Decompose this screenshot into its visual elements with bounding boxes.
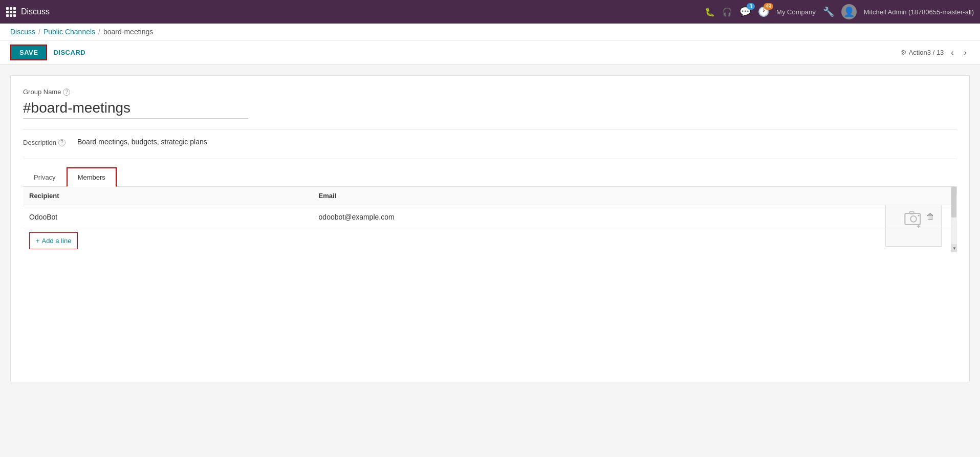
tab-privacy[interactable]: Privacy <box>23 167 67 187</box>
clock-icon[interactable]: 🕐 49 <box>758 6 769 17</box>
add-icon: + <box>36 237 40 245</box>
avatar[interactable]: 👤 <box>841 4 857 19</box>
breadcrumb-current: board-meetings <box>103 28 153 36</box>
breadcrumb-sep-2: / <box>98 28 100 36</box>
col-recipient-header: Recipient <box>23 187 313 205</box>
group-name-field: Group Name ? <box>23 88 957 119</box>
breadcrumb: Discuss / Public Channels / board-meetin… <box>0 24 980 40</box>
clock-badge: 49 <box>764 3 773 10</box>
col-email-header: Email <box>313 187 916 205</box>
scroll-track[interactable]: ▲ ▼ <box>951 187 957 252</box>
breadcrumb-sep-1: / <box>38 28 40 36</box>
pagination: 3 / 13 ‹ › <box>927 47 970 58</box>
delete-cell: 🗑 <box>916 205 945 229</box>
toolbar-middle: ⚙ Action <box>92 49 927 56</box>
members-tab-content: Recipient Email OdooBot odoobot@example.… <box>23 187 957 252</box>
divider-1 <box>23 129 957 129</box>
delete-row-button[interactable]: 🗑 <box>922 210 939 224</box>
user-name[interactable]: Mitchell Admin (18780655-master-all) <box>864 8 974 16</box>
add-line-button[interactable]: + Add a line <box>29 232 78 249</box>
table-row: OdooBot odoobot@example.com 🗑 <box>23 205 957 229</box>
members-tbody: OdooBot odoobot@example.com 🗑 <box>23 205 957 229</box>
discard-button[interactable]: DISCARD <box>47 46 92 59</box>
breadcrumb-app-link[interactable]: Discuss <box>10 28 35 36</box>
group-name-label: Group Name ? <box>23 88 957 96</box>
action-menu[interactable]: ⚙ Action <box>901 49 927 56</box>
navbar-right: 🐛 🎧 💬 3 🕐 49 My Company 🔧 👤 Mitchell Adm… <box>705 4 974 19</box>
description-help-icon[interactable]: ? <box>58 139 66 146</box>
form-card: Group Name ? Description ? Board meeting… <box>10 75 970 382</box>
breadcrumb-section-link[interactable]: Public Channels <box>43 28 95 36</box>
headset-icon[interactable]: 🎧 <box>722 7 732 17</box>
pagination-prev-button[interactable]: ‹ <box>948 47 956 58</box>
scroll-thumb[interactable] <box>951 187 956 217</box>
company-name[interactable]: My Company <box>776 8 816 16</box>
email-cell: odoobot@example.com <box>313 205 916 229</box>
toolbar: SAVE DISCARD ⚙ Action 3 / 13 ‹ › <box>0 40 980 65</box>
description-label: Description ? <box>23 138 69 146</box>
divider-2 <box>23 159 957 159</box>
description-value: Board meetings, budgets, strategic plans <box>77 138 207 146</box>
navbar-left: Discuss <box>6 7 50 17</box>
pagination-next-button[interactable]: › <box>961 47 970 58</box>
tab-members[interactable]: Members <box>67 167 117 187</box>
col-actions-header <box>916 187 945 205</box>
chat-icon[interactable]: 💬 3 <box>739 6 751 17</box>
pagination-count: 3 / 13 <box>927 49 944 56</box>
app-title: Discuss <box>21 7 50 16</box>
settings-tools-icon[interactable]: 🔧 <box>823 6 834 17</box>
scroll-down-button[interactable]: ▼ <box>951 244 957 252</box>
form-inner: Group Name ? Description ? Board meeting… <box>23 88 957 252</box>
add-line-label: Add a line <box>42 237 72 245</box>
table-header-row: Recipient Email <box>23 187 957 205</box>
navbar: Discuss 🐛 🎧 💬 3 🕐 49 My Company 🔧 👤 Mitc… <box>0 0 980 24</box>
save-button[interactable]: SAVE <box>10 45 47 60</box>
group-name-input[interactable] <box>23 98 248 119</box>
tabs-bar: Privacy Members <box>23 167 957 187</box>
main-content: Group Name ? Description ? Board meeting… <box>0 65 980 393</box>
group-name-help-icon[interactable]: ? <box>63 89 70 96</box>
add-line-container: + Add a line <box>23 229 957 252</box>
recipient-cell: OdooBot <box>23 205 313 229</box>
action-label: Action <box>909 49 927 56</box>
apps-grid-icon[interactable] <box>6 7 16 17</box>
chat-badge: 3 <box>747 3 755 10</box>
members-table: Recipient Email OdooBot odoobot@example.… <box>23 187 957 229</box>
gear-icon: ⚙ <box>901 49 907 56</box>
bug-icon[interactable]: 🐛 <box>705 7 715 17</box>
description-row: Description ? Board meetings, budgets, s… <box>23 138 957 146</box>
